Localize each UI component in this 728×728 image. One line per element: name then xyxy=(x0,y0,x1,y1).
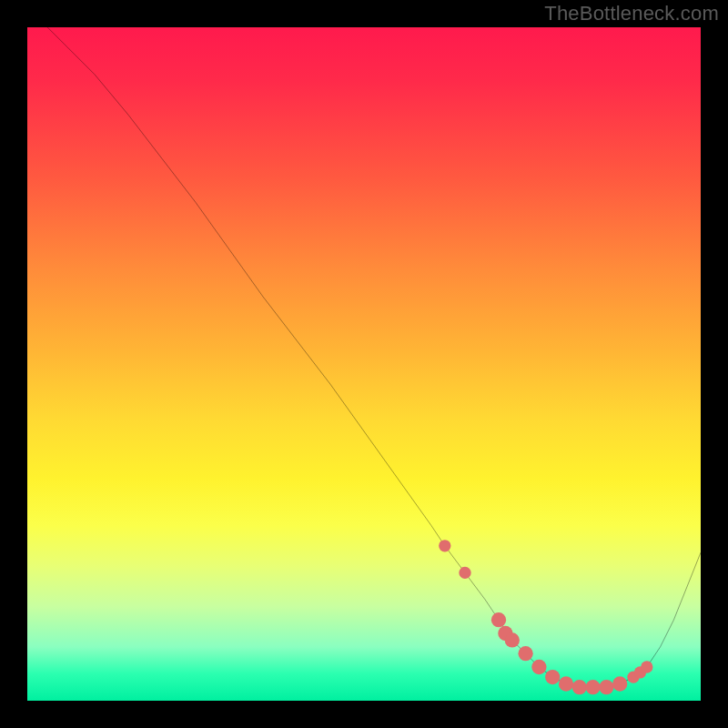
marker-dot xyxy=(559,676,573,691)
marker-dot xyxy=(491,612,506,627)
marker-dot xyxy=(641,661,652,672)
marker-dot xyxy=(459,567,470,579)
chart-frame: TheBottleneck.com xyxy=(0,0,728,728)
curve-svg xyxy=(27,27,701,701)
marker-dot xyxy=(599,680,613,694)
marker-dot xyxy=(612,676,627,691)
marker-dot xyxy=(572,680,587,694)
marker-dot xyxy=(531,660,546,674)
bottleneck-curve xyxy=(27,14,701,687)
marker-dot xyxy=(439,540,450,551)
watermark-text: TheBottleneck.com xyxy=(544,2,719,25)
plot-area xyxy=(27,27,701,701)
sweet-spot-markers xyxy=(439,540,652,694)
marker-dot xyxy=(505,632,520,647)
marker-dot xyxy=(518,646,532,661)
marker-dot xyxy=(545,670,560,684)
marker-dot xyxy=(585,680,600,694)
